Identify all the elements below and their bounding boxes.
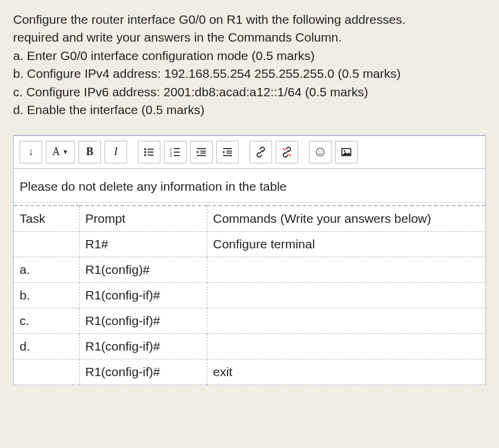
svg-rect-12 <box>197 148 206 149</box>
outdent-button[interactable] <box>190 141 213 163</box>
svg-rect-3 <box>147 152 153 153</box>
table-row: b. R1(config-if)# <box>14 282 485 308</box>
cell-command[interactable] <box>207 333 485 359</box>
table-row: a. R1(config)# <box>14 257 485 282</box>
question-subtask-c: c. Configure IPv6 address: 2001:db8:acad… <box>13 83 486 101</box>
svg-line-21 <box>289 154 290 156</box>
svg-text:3: 3 <box>170 154 172 157</box>
svg-rect-15 <box>197 155 206 156</box>
cell-task[interactable]: b. <box>14 282 79 308</box>
header-prompt: Prompt <box>79 206 207 232</box>
editor-body[interactable]: Please do not delete any information in … <box>14 169 485 385</box>
cell-command[interactable]: Configure terminal <box>207 231 485 257</box>
font-style-label: A <box>52 146 60 158</box>
cell-task[interactable] <box>14 359 79 384</box>
question-line-2: required and write your answers in the C… <box>13 29 486 46</box>
svg-rect-16 <box>223 148 232 149</box>
svg-point-26 <box>344 150 346 152</box>
chevron-down-icon: ▼ <box>62 149 68 155</box>
image-button[interactable] <box>335 141 358 163</box>
ordered-list-icon: 123 <box>169 146 181 158</box>
table-row: R1(config-if)# exit <box>14 359 485 384</box>
header-commands: Commands (Write your answers below) <box>207 206 485 232</box>
cell-prompt[interactable]: R1(config-if)# <box>79 308 207 333</box>
page: Configure the router interface G0/0 on R… <box>0 0 499 448</box>
svg-rect-13 <box>200 150 206 152</box>
toolbar-toggle-button[interactable]: ↓ <box>20 141 42 163</box>
svg-point-24 <box>321 150 323 152</box>
editor-container: ↓ A ▼ B I 123 <box>13 135 486 385</box>
header-task: Task <box>14 206 79 232</box>
question-subtask-b: b. Configure IPv4 address: 192.168.55.25… <box>13 65 486 83</box>
unlink-button[interactable] <box>276 141 298 163</box>
table-row: R1# Configure terminal <box>14 231 485 257</box>
cell-task[interactable] <box>14 231 79 257</box>
unordered-list-button[interactable] <box>138 141 160 163</box>
table-row: d. R1(config-if)# <box>14 333 485 359</box>
question-subtask-d: d. Enable the interface (0.5 marks) <box>13 101 486 119</box>
svg-rect-14 <box>200 152 206 153</box>
svg-rect-5 <box>147 154 153 156</box>
svg-rect-17 <box>226 150 232 152</box>
cell-task[interactable]: a. <box>14 257 79 282</box>
svg-rect-1 <box>147 149 153 150</box>
svg-point-22 <box>316 148 324 156</box>
cell-prompt[interactable]: R1(config-if)# <box>79 282 207 308</box>
font-style-dropdown[interactable]: A ▼ <box>46 141 75 163</box>
svg-point-4 <box>144 154 146 156</box>
cell-command[interactable] <box>207 308 485 333</box>
cell-command[interactable]: exit <box>207 359 485 384</box>
cell-prompt[interactable]: R1# <box>79 231 207 257</box>
indent-icon <box>222 146 233 158</box>
answers-table: Task Prompt Commands (Write your answers… <box>14 205 485 385</box>
svg-point-23 <box>318 150 320 152</box>
ordered-list-button[interactable]: 123 <box>164 141 187 163</box>
svg-rect-19 <box>223 155 232 156</box>
table-row: c. R1(config-if)# <box>14 308 485 333</box>
cell-prompt[interactable]: R1(config)# <box>79 257 207 282</box>
cell-prompt[interactable]: R1(config-if)# <box>79 359 207 384</box>
table-instruction: Please do not delete any information in … <box>14 176 485 203</box>
question-line-1: Configure the router interface G0/0 on R… <box>13 11 486 29</box>
image-icon <box>340 146 352 158</box>
outdent-icon <box>195 146 207 158</box>
svg-rect-9 <box>173 152 179 153</box>
table-header-row: Task Prompt Commands (Write your answers… <box>14 206 485 232</box>
bold-button[interactable]: B <box>78 141 101 163</box>
svg-line-20 <box>283 148 285 150</box>
svg-point-0 <box>144 148 146 150</box>
svg-rect-11 <box>173 155 179 156</box>
svg-point-2 <box>144 151 146 153</box>
link-button[interactable] <box>250 141 272 163</box>
question-text: Configure the router interface G0/0 on R… <box>13 11 486 119</box>
svg-rect-18 <box>226 152 232 153</box>
indent-button[interactable] <box>216 141 239 163</box>
cell-command[interactable] <box>207 282 485 308</box>
question-subtask-a: a. Enter G0/0 interface configuration mo… <box>13 47 486 65</box>
emoji-button[interactable] <box>309 141 331 163</box>
link-icon <box>255 146 267 158</box>
editor-toolbar: ↓ A ▼ B I 123 <box>14 136 485 169</box>
italic-label: I <box>114 146 118 158</box>
cell-task[interactable]: c. <box>14 308 79 333</box>
bold-label: B <box>86 146 93 158</box>
cell-task[interactable]: d. <box>14 333 79 359</box>
unordered-list-icon <box>143 146 155 158</box>
cell-prompt[interactable]: R1(config-if)# <box>79 333 207 359</box>
svg-rect-7 <box>173 148 179 149</box>
cell-command[interactable] <box>207 257 485 282</box>
italic-button[interactable]: I <box>105 141 127 163</box>
smiley-icon <box>314 146 326 158</box>
toolbar-toggle-icon: ↓ <box>29 146 34 158</box>
unlink-icon <box>281 146 293 158</box>
